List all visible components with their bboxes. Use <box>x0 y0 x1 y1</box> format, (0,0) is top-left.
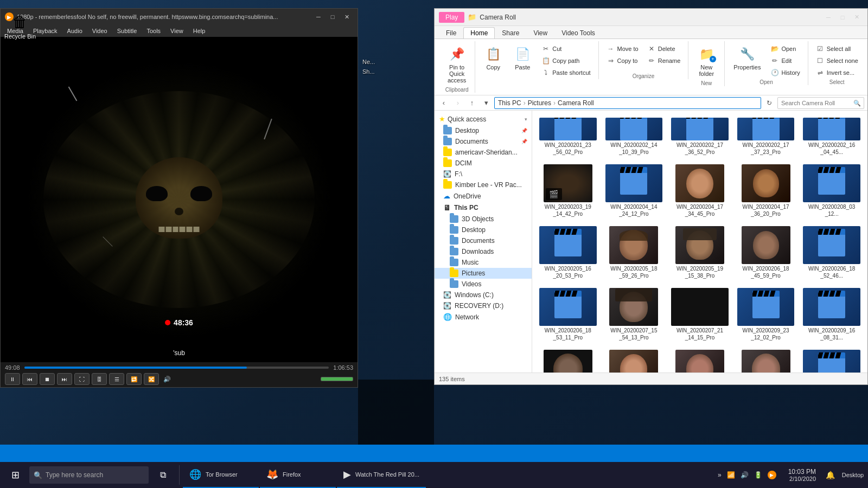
notification-button[interactable]: 🔔 <box>821 462 839 488</box>
pin-quick-access-button[interactable]: 📌 Pin to Quick access <box>443 43 470 86</box>
explorer-maximize-button[interactable]: □ <box>836 12 849 23</box>
vlc-menu-help[interactable]: Help <box>189 27 210 35</box>
sidebar-item-3d-objects[interactable]: 3D Objects <box>435 214 532 224</box>
file-item-top4[interactable]: WIN_20200202_17_37_23_Pro <box>735 115 797 158</box>
nav-up-button[interactable]: ↑ <box>466 97 478 109</box>
sidebar-item-recovery-d[interactable]: 💽 RECOVERY (D:) <box>435 300 532 311</box>
file-item-15[interactable]: WIN_20200209_18_12_42_Pro <box>537 347 599 373</box>
vlc-volume-bar[interactable] <box>321 377 353 381</box>
file-item-4[interactable]: WIN_20200208_03_12... <box>800 162 863 220</box>
sidebar-item-music[interactable]: Music <box>435 257 532 268</box>
start-button[interactable]: ⊞ <box>2 462 28 488</box>
taskbar-app-firefox[interactable]: 🦊 Firefox <box>260 462 336 488</box>
taskbar-task-view-button[interactable]: ⧉ <box>150 462 176 488</box>
tab-share[interactable]: Share <box>495 27 526 38</box>
taskbar-search-bar[interactable]: 🔍 Type here to search <box>29 466 149 484</box>
refresh-button[interactable]: ↻ <box>763 97 775 109</box>
sidebar-item-desktop[interactable]: Desktop 📌 <box>435 125 532 136</box>
file-item-5[interactable]: WIN_20200205_16_20_53_Pro <box>537 223 599 282</box>
address-path[interactable]: This PC › Pictures › Camera Roll <box>494 97 761 109</box>
select-none-button[interactable]: ☐ Select none <box>813 55 861 66</box>
vlc-prev-button[interactable]: ⏮ <box>22 373 37 385</box>
cut-button[interactable]: ✂ Cut <box>538 43 593 54</box>
vlc-next-button[interactable]: ⏭ <box>57 373 72 385</box>
sidebar-item-f-drive[interactable]: 💽 F:\ <box>435 169 532 179</box>
file-item-top2[interactable]: WIN_20200202_14_10_39_Pro <box>603 115 666 158</box>
sidebar-item-videos[interactable]: Videos <box>435 279 532 290</box>
history-button[interactable]: 🕐 History <box>767 67 803 78</box>
rename-button[interactable]: ✏ Rename <box>644 55 684 66</box>
vlc-maximize-button[interactable]: □ <box>326 11 339 22</box>
vlc-menu-view[interactable]: View <box>166 27 188 35</box>
edit-button[interactable]: ✏ Edit <box>767 55 803 66</box>
quick-access-header[interactable]: ★ Quick access ▾ <box>435 113 532 125</box>
explorer-play-button[interactable]: Play <box>439 12 464 23</box>
copy-path-button[interactable]: 📋 Copy path <box>538 55 593 66</box>
sidebar-item-documents2[interactable]: Documents <box>435 235 532 246</box>
delete-button[interactable]: ✕ Delete <box>644 43 684 54</box>
move-to-button[interactable]: → Move to <box>603 43 642 54</box>
vlc-fullscreen-button[interactable]: ⛶ <box>74 373 90 385</box>
sidebar-item-documents[interactable]: Documents 📌 <box>435 136 532 147</box>
file-item-17[interactable]: WIN_20200210_18_21_18_Pro <box>668 347 731 373</box>
file-item-3[interactable]: WIN_20200204_17_36_20_Pro <box>735 162 797 220</box>
properties-button[interactable]: 🔧 Properties <box>729 43 765 73</box>
file-item-8[interactable]: WIN_20200206_18_45_59_Pro <box>735 223 797 282</box>
file-item-6[interactable]: WIN_20200205_18_59_26_Pro <box>603 223 666 282</box>
vlc-playlist-button[interactable]: ☰ <box>109 373 124 385</box>
file-item-19[interactable]: WIN_20200210_21_15_11... <box>800 347 863 373</box>
tab-view[interactable]: View <box>526 27 554 38</box>
explorer-close-button[interactable]: ✕ <box>850 12 863 23</box>
sidebar-item-onedrive[interactable]: ☁ OneDrive <box>435 190 532 202</box>
clock[interactable]: 10:03 PM 2/10/2020 <box>784 468 820 482</box>
tray-show-more[interactable]: » <box>716 462 724 488</box>
nav-recent-button[interactable]: ▾ <box>480 97 492 109</box>
sidebar-item-desktop2[interactable]: Desktop <box>435 224 532 235</box>
file-item-top5[interactable]: WIN_20200202_16_04_45... <box>800 115 863 158</box>
vlc-menu-audio[interactable]: Audio <box>63 27 87 35</box>
sidebar-item-pictures[interactable]: Pictures <box>435 268 532 279</box>
search-input[interactable] <box>777 97 864 109</box>
copy-to-button[interactable]: ⇒ Copy to <box>603 55 642 66</box>
show-desktop-button[interactable]: Desktop <box>840 462 866 488</box>
sidebar-item-americavr[interactable]: americavr-Sheridan... <box>435 147 532 158</box>
tab-video-tools[interactable]: Video Tools <box>554 27 602 38</box>
file-item-10[interactable]: WIN_20200206_18_53_11_Pro <box>537 285 599 344</box>
vlc-close-button[interactable]: ✕ <box>340 11 353 22</box>
vlc-menu-video[interactable]: Video <box>88 27 112 35</box>
tray-vlc-icon[interactable]: ▶ <box>765 462 778 488</box>
select-all-button[interactable]: ☑ Select all <box>813 43 861 54</box>
taskbar-app-watch[interactable]: ▶ Watch The Red Pill 20... <box>337 462 426 488</box>
file-item-0[interactable]: 🎬 WIN_20200203_19_14_42_Pro <box>537 162 599 220</box>
vlc-stop-button[interactable]: ⏹ <box>40 373 55 385</box>
taskbar-app-tor[interactable]: 🌐 Tor Browser <box>183 462 259 488</box>
copy-button[interactable]: 📋 Copy <box>480 43 507 73</box>
tab-file[interactable]: File <box>439 27 463 38</box>
sidebar-item-kimber[interactable]: Kimber Lee - VR Pac... <box>435 179 532 190</box>
file-item-top3[interactable]: WIN_20200202_17_36_52_Pro <box>668 115 731 158</box>
vlc-random-button[interactable]: 🔀 <box>144 373 159 385</box>
file-item-9[interactable]: WIN_20200206_18_52_46... <box>800 223 863 282</box>
tab-home[interactable]: Home <box>463 27 495 38</box>
new-folder-button[interactable]: 📁+ New folder <box>693 43 720 79</box>
tray-battery[interactable]: 🔋 <box>752 462 764 488</box>
tray-volume[interactable]: 🔊 <box>738 462 751 488</box>
vlc-menu-tools[interactable]: Tools <box>142 27 165 35</box>
vlc-video-area[interactable]: 'sub 48:36 <box>1 37 358 362</box>
vlc-menu-subtitle[interactable]: Subtitle <box>113 27 142 35</box>
file-item-2[interactable]: WIN_20200204_17_34_45_Pro <box>668 162 731 220</box>
file-item-13[interactable]: WIN_20200209_23_12_02_Pro <box>735 285 797 344</box>
file-item-top1[interactable]: WIN_20200201_23_56_02_Pro <box>537 115 599 158</box>
open-btn[interactable]: 📂 Open <box>767 43 803 54</box>
paste-shortcut-button[interactable]: ⤵ Paste shortcut <box>538 67 593 78</box>
file-item-14[interactable]: WIN_20200209_16_08_31... <box>800 285 863 344</box>
desktop-icon-recycle[interactable]: 🗑 Recycle Bin <box>1 11 39 42</box>
vlc-loop-button[interactable]: 🔁 <box>126 373 142 385</box>
invert-select-button[interactable]: ⇌ Invert se... <box>813 67 861 78</box>
explorer-minimize-button[interactable]: ─ <box>822 12 835 23</box>
sidebar-item-downloads[interactable]: Downloads <box>435 246 532 257</box>
vlc-progress-bar[interactable] <box>24 367 329 369</box>
vlc-extended-button[interactable]: 🎛 <box>92 373 107 385</box>
file-item-7[interactable]: WIN_20200205_19_15_38_Pro <box>668 223 731 282</box>
sidebar-item-dcim[interactable]: DCIM <box>435 158 532 169</box>
